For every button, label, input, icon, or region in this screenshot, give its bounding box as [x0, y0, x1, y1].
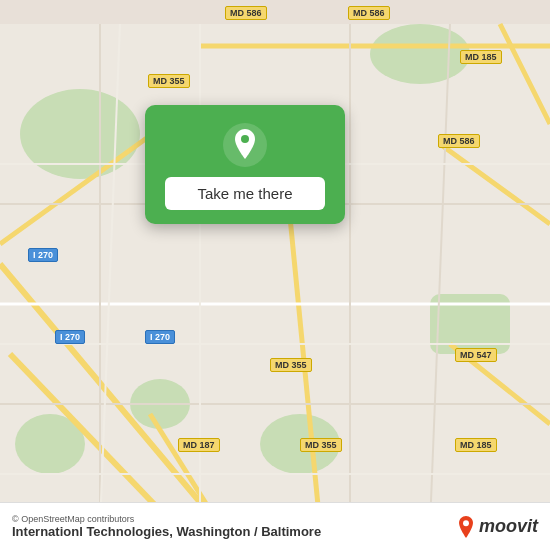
- road-label-i270-bottom-left: I 270: [55, 330, 85, 344]
- svg-point-29: [463, 520, 469, 526]
- road-label-md355-left: MD 355: [148, 74, 190, 88]
- svg-point-2: [370, 24, 470, 84]
- road-label-md586-top2: MD 586: [348, 6, 390, 20]
- road-label-md185-bottom: MD 185: [455, 438, 497, 452]
- road-label-md547: MD 547: [455, 348, 497, 362]
- road-label-md187: MD 187: [178, 438, 220, 452]
- company-name: Internationl Technologies, Washington / …: [12, 524, 321, 539]
- bottom-bar: © OpenStreetMap contributors Internation…: [0, 502, 550, 550]
- road-label-md586-top: MD 586: [225, 6, 267, 20]
- road-label-md185-top: MD 185: [460, 50, 502, 64]
- road-label-md355-bottom2: MD 355: [300, 438, 342, 452]
- bottom-left-info: © OpenStreetMap contributors Internation…: [12, 514, 321, 539]
- osm-attribution: © OpenStreetMap contributors: [12, 514, 321, 524]
- moovit-logo: moovit: [455, 516, 538, 538]
- moovit-text: moovit: [479, 516, 538, 537]
- moovit-pin-icon: [455, 516, 477, 538]
- map-container: MD 586 MD 355 MD 586 MD 185 MD 586 I 270…: [0, 0, 550, 550]
- road-label-md355-bottom: MD 355: [270, 358, 312, 372]
- svg-point-28: [241, 135, 249, 143]
- location-pin-icon: [223, 123, 267, 167]
- svg-point-1: [20, 89, 140, 179]
- take-me-there-button[interactable]: Take me there: [165, 177, 325, 210]
- road-label-md586-right: MD 586: [438, 134, 480, 148]
- road-label-i270-left: I 270: [28, 248, 58, 262]
- popup-card: Take me there: [145, 105, 345, 224]
- road-label-i270-bottom: I 270: [145, 330, 175, 344]
